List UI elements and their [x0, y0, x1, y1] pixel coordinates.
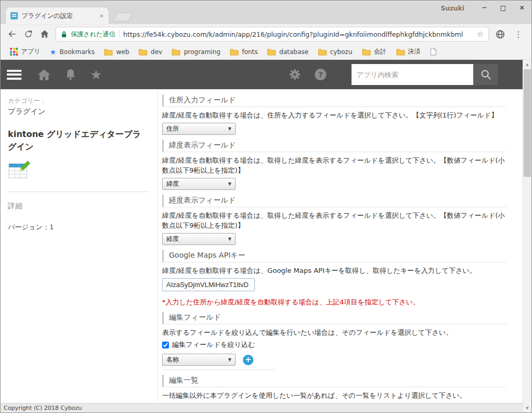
titlebar: プラグインの設定 ✕ Suzuki ─ □ ✕	[1, 1, 531, 24]
apps-label: アプリ	[21, 47, 40, 56]
browser-toolbar: 保護された通信 https://fe54k.cybozu.com/k/admin…	[1, 24, 531, 44]
folder-icon	[104, 48, 113, 56]
sidebar-divider	[8, 192, 149, 192]
scrollbar-thumb[interactable]	[524, 69, 531, 177]
category-value: プラグイン	[8, 107, 149, 117]
plugin-config-content: カテゴリー： プラグイン kintone グリッドエディタープラグイン	[1, 89, 531, 403]
select-value: 住所	[166, 124, 228, 133]
search-icon	[480, 68, 492, 81]
close-button[interactable]: ✕	[513, 1, 531, 15]
apps-grid-icon	[10, 48, 18, 56]
bookmark-label: Bookmarks	[59, 48, 94, 56]
bookmark-label: fonts	[242, 48, 258, 56]
bell-icon	[65, 68, 77, 81]
detail-label: 詳細	[8, 202, 149, 211]
bookmark-page-item[interactable]	[426, 46, 441, 57]
bookmark-folder-programing[interactable]: programing	[167, 47, 225, 57]
edit-field-row: 名称 ▼ +	[162, 354, 275, 370]
narrow-edit-fields-checkbox[interactable]	[162, 342, 169, 348]
app-search-input[interactable]	[352, 64, 473, 85]
folder-icon	[362, 48, 371, 56]
kintone-header: ★ ?	[1, 60, 531, 89]
add-edit-field-button[interactable]: +	[243, 355, 253, 365]
edit-field-select[interactable]: 名称 ▼	[162, 354, 236, 366]
api-key-input[interactable]	[162, 278, 255, 291]
favorites-button[interactable]: ★	[90, 68, 102, 81]
help-icon: ?	[315, 69, 326, 80]
warning-text: *入力した住所から緯度/経度を自動取得する場合は、上記4項目を指定して下さい。	[162, 298, 506, 307]
section-title: Google Maps APIキー	[162, 250, 506, 262]
bookmark-folder-accounting[interactable]: 会計	[358, 46, 391, 58]
longitude-field-select[interactable]: 経度 ▼	[162, 233, 236, 245]
address-bar[interactable]: 保護された通信 https://fe54k.cybozu.com/k/admin…	[56, 27, 489, 41]
chevron-down-icon: ▼	[228, 182, 231, 186]
chevron-down-icon: ▼	[228, 357, 231, 362]
tab-close-icon[interactable]: ✕	[100, 13, 104, 19]
browser-tab[interactable]: プラグインの設定 ✕	[6, 7, 109, 24]
reload-icon	[24, 29, 33, 39]
bookmark-folder-payment[interactable]: 決済	[392, 46, 425, 58]
narrow-edit-fields-row[interactable]: 編集フィールドを絞り込む	[162, 340, 506, 350]
bookmark-star-icon[interactable]: ☆	[477, 29, 484, 39]
select-value: 緯度	[166, 179, 228, 188]
home-icon	[39, 29, 50, 39]
section-google-maps-api-key: Google Maps APIキー 緯度/経度を自動取得する場合は、Google…	[162, 250, 506, 307]
bookmark-folder-web[interactable]: web	[100, 47, 133, 57]
back-arrow-icon	[7, 29, 17, 39]
notifications-button[interactable]	[65, 68, 77, 81]
hamburger-menu-button[interactable]	[7, 70, 22, 80]
tab-favicon-icon	[10, 12, 18, 19]
section-latitude-field: 緯度表示フィールド 緯度/経度を自動取得する場合は、取得した緯度を表示するフィー…	[162, 140, 506, 190]
latitude-field-select[interactable]: 緯度 ▼	[162, 178, 236, 190]
section-description: 緯度/経度を自動取得する場合は、住所を入力するフィールドを選択して下さい。【文字…	[162, 110, 506, 120]
portal-home-button[interactable]	[37, 69, 51, 81]
version-label: バージョン：1	[8, 223, 149, 232]
bookmark-item-bookmarks[interactable]: ★ Bookmarks	[46, 46, 99, 58]
section-longitude-field: 経度表示フィールド 緯度/経度を自動取得する場合は、取得した経度を表示するフィー…	[162, 195, 506, 245]
section-title: 緯度表示フィールド	[162, 140, 506, 152]
section-edit-views: 編集一覧 一括編集以外に本プラグインを使用したい一覧があれば、その一覧をリストよ…	[162, 375, 506, 403]
minimize-button[interactable]: ─	[475, 1, 494, 15]
apps-shortcut[interactable]: アプリ	[6, 46, 45, 58]
section-description: 緯度/経度を自動取得する場合は、取得した経度を表示するフィールドを選択して下さい…	[162, 210, 506, 230]
bookmark-folder-database[interactable]: database	[263, 47, 313, 57]
scrollbar-down-button[interactable]: ▼	[523, 404, 531, 412]
folder-icon	[230, 48, 239, 56]
browser-menu-button[interactable]: ⋮	[509, 29, 527, 39]
bookmark-folder-dev[interactable]: dev	[134, 47, 166, 57]
gear-icon	[289, 68, 301, 81]
bookmark-label: web	[116, 48, 129, 56]
bookmark-folder-cybozu[interactable]: cybozu	[314, 47, 357, 57]
folder-icon	[396, 48, 405, 56]
bookmark-folder-fonts[interactable]: fonts	[226, 47, 262, 57]
extension-globe-icon[interactable]	[493, 27, 507, 41]
folder-icon	[139, 48, 147, 56]
maximize-button[interactable]: □	[494, 1, 513, 15]
web-page: ★ ? カテゴリー： プラグイン kintone グリッドエディタープラグイン	[1, 60, 531, 412]
new-tab-button[interactable]	[112, 13, 133, 22]
settings-gear-button[interactable]	[289, 68, 301, 81]
section-title: 編集一覧	[162, 375, 506, 387]
folder-icon	[318, 48, 327, 56]
address-field-select[interactable]: 住所 ▼	[162, 123, 236, 135]
select-value: 経度	[166, 235, 228, 243]
app-search	[352, 64, 498, 85]
browser-home-button[interactable]	[37, 27, 51, 41]
omnibox-divider	[119, 30, 120, 38]
tab-title: プラグインの設定	[22, 12, 96, 20]
home-icon	[37, 69, 51, 81]
page-scrollbar[interactable]: ▲ ▼	[523, 60, 531, 412]
scrollbar-up-button[interactable]: ▲	[523, 60, 531, 69]
chevron-down-icon: ▼	[228, 237, 231, 241]
back-button[interactable]	[5, 27, 19, 41]
bookmarks-bar: アプリ ★ Bookmarks web dev programing fonts…	[1, 44, 531, 60]
section-description: 緯度/経度を自動取得する場合は、取得した緯度を表示するフィールドを選択して下さい…	[162, 155, 506, 175]
bookmark-label: dev	[151, 48, 162, 56]
plugin-icon	[8, 160, 149, 181]
browser-window: プラグインの設定 ✕ Suzuki ─ □ ✕ 保護された通信 https://…	[0, 0, 532, 413]
page-footer: Copyright (C) 2018 Cybozu	[1, 403, 531, 412]
help-button[interactable]: ?	[315, 69, 326, 80]
reload-button[interactable]	[21, 27, 35, 41]
copyright-text: Copyright (C) 2018 Cybozu	[4, 405, 82, 411]
search-button[interactable]	[473, 64, 498, 85]
